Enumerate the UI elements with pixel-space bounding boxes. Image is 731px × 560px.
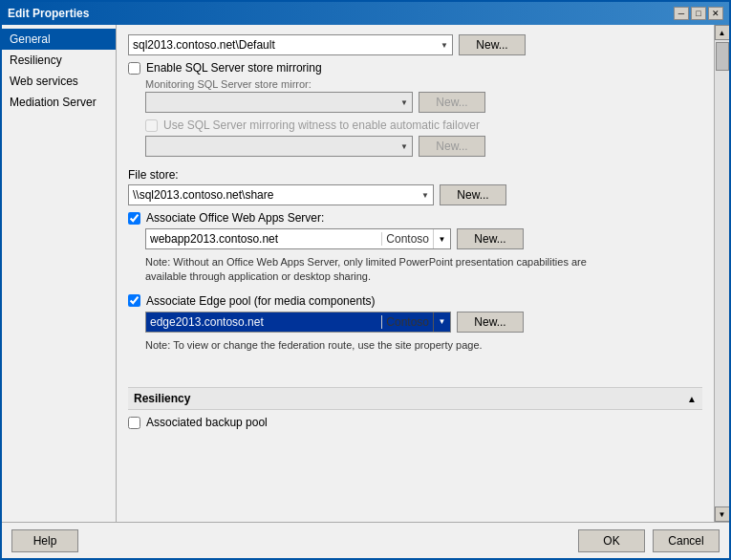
window-controls: ─ □ ✕ (674, 7, 723, 20)
cancel-button[interactable]: Cancel (653, 529, 720, 552)
scrollbar-down-button[interactable]: ▼ (715, 506, 730, 522)
close-button[interactable]: ✕ (708, 7, 723, 20)
resiliency-collapse-icon[interactable]: ▲ (687, 394, 697, 404)
owa-dropdown-row: webapp2013.contoso.net Contoso ▼ New... (128, 228, 702, 249)
minimize-button[interactable]: ─ (674, 7, 689, 20)
footer-bar: Help OK Cancel (2, 522, 729, 558)
associate-owa-label: Associate Office Web Apps Server: (146, 211, 324, 225)
edit-properties-window: Edit Properties ─ □ ✕ General Resiliency… (0, 0, 731, 560)
monitoring-new-button: New... (419, 92, 485, 113)
witness-dropdown-row: ▼ New... (128, 136, 702, 157)
sidebar-item-resiliency[interactable]: Resiliency (2, 50, 116, 71)
scrollbar-thumb[interactable] (716, 42, 729, 71)
edge-section: Associate Edge pool (for media component… (128, 294, 702, 353)
edge-dropdown-row: edge2013.contoso.net Contoso ▼ New... (128, 312, 702, 333)
enable-sql-mirroring-checkbox[interactable] (128, 62, 140, 75)
scrollable-content: sql2013.contoso.net\Default ▼ New... Ena… (117, 25, 714, 522)
owa-dropdown-arrow-icon[interactable]: ▼ (433, 229, 450, 248)
file-store-label: File store: (128, 168, 702, 182)
sql-new-button[interactable]: New... (459, 34, 526, 55)
content-wrapper: sql2013.contoso.net\Default ▼ New... Ena… (117, 25, 729, 522)
sidebar-item-web-services[interactable]: Web services (2, 71, 116, 92)
sql-dropdown-row: sql2013.contoso.net\Default ▼ New... (128, 34, 702, 55)
file-store-row: \\sql2013.contoso.net\share ▼ New... (128, 184, 702, 205)
enable-sql-mirroring-row: Enable SQL Server store mirroring (128, 61, 702, 75)
scrollbar-up-button[interactable]: ▲ (715, 25, 730, 40)
edge-note: Note: To view or change the federation r… (128, 338, 625, 353)
scrollbar: ▲ ▼ (714, 25, 729, 522)
monitoring-dropdown: ▼ (145, 92, 413, 113)
footer-right-buttons: OK Cancel (578, 529, 720, 552)
monitoring-label: Monitoring SQL Server store mirror: (128, 78, 702, 90)
associate-owa-checkbox[interactable] (128, 212, 140, 225)
sidebar-item-general[interactable]: General (2, 29, 116, 50)
associate-edge-label: Associate Edge pool (for media component… (146, 294, 375, 308)
witness-dropdown-arrow-icon: ▼ (400, 142, 408, 151)
maximize-button[interactable]: □ (691, 7, 706, 20)
witness-dropdown: ▼ (145, 136, 413, 157)
bottom-spacer (128, 433, 702, 452)
owa-checkbox-row: Associate Office Web Apps Server: (128, 211, 702, 225)
associated-backup-pool-label: Associated backup pool (146, 416, 268, 429)
associated-backup-pool-checkbox[interactable] (128, 417, 140, 429)
witness-label: Use SQL Server mirroring witness to enab… (163, 118, 480, 132)
sql-dropdown[interactable]: sql2013.contoso.net\Default ▼ (128, 34, 453, 55)
help-button[interactable]: Help (11, 529, 78, 552)
title-bar: Edit Properties ─ □ ✕ (2, 2, 729, 25)
spacer (128, 358, 702, 377)
monitoring-dropdown-row: ▼ New... (128, 92, 702, 113)
monitoring-dropdown-arrow-icon: ▼ (400, 98, 408, 107)
window-title: Edit Properties (8, 7, 89, 20)
ok-button[interactable]: OK (578, 529, 645, 552)
backup-pool-row: Associated backup pool (128, 416, 702, 429)
sidebar: General Resiliency Web services Mediatio… (2, 25, 117, 522)
enable-sql-mirroring-label: Enable SQL Server store mirroring (146, 61, 322, 75)
associate-edge-checkbox[interactable] (128, 294, 140, 307)
witness-new-button: New... (419, 136, 485, 157)
file-store-section: File store: \\sql2013.contoso.net\share … (128, 168, 702, 205)
edge-checkbox-row: Associate Edge pool (for media component… (128, 294, 702, 308)
edge-dropdown[interactable]: edge2013.contoso.net Contoso ▼ (145, 312, 451, 333)
owa-section: Associate Office Web Apps Server: webapp… (128, 211, 702, 285)
file-store-arrow-icon: ▼ (421, 191, 429, 200)
edge-dropdown-arrow-icon[interactable]: ▼ (433, 312, 450, 332)
edge-new-button[interactable]: New... (457, 312, 524, 333)
file-store-new-button[interactable]: New... (440, 184, 506, 205)
resiliency-section-header: Resiliency ▲ (128, 387, 702, 410)
owa-note: Note: Without an Office Web Apps Server,… (128, 255, 625, 285)
sql-dropdown-arrow-icon: ▼ (441, 41, 448, 50)
owa-dropdown[interactable]: webapp2013.contoso.net Contoso ▼ (145, 228, 451, 249)
sidebar-item-mediation-server[interactable]: Mediation Server (2, 92, 116, 113)
resiliency-section-label: Resiliency (134, 392, 190, 405)
file-store-dropdown[interactable]: \\sql2013.contoso.net\share ▼ (128, 184, 434, 205)
witness-checkbox (145, 119, 158, 132)
dialog-body: General Resiliency Web services Mediatio… (2, 25, 729, 522)
witness-row: Use SQL Server mirroring witness to enab… (128, 118, 702, 132)
owa-new-button[interactable]: New... (457, 228, 524, 249)
